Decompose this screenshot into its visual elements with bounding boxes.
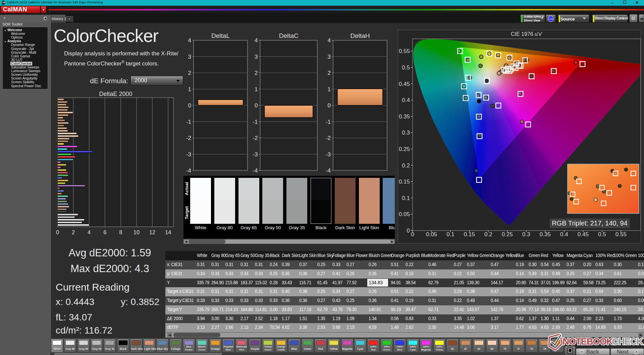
svg-text:0.2: 0.2 [402, 162, 410, 169]
svg-text:0.05: 0.05 [399, 211, 410, 217]
svg-text:0.45: 0.45 [399, 81, 410, 87]
svg-text:0: 0 [407, 227, 410, 234]
svg-text:0.25: 0.25 [399, 146, 410, 152]
svg-text:0.55: 0.55 [399, 48, 410, 54]
svg-text:0.15: 0.15 [399, 179, 410, 185]
svg-text:0.4: 0.4 [402, 97, 410, 103]
svg-text:0.1: 0.1 [402, 195, 410, 201]
svg-text:0.35: 0.35 [399, 113, 410, 120]
svg-text:0.5: 0.5 [402, 64, 410, 71]
svg-text:0.3: 0.3 [402, 130, 410, 136]
svg-text:NOTEBOOK: NOTEBOOK [562, 336, 613, 347]
svg-text:RGB Triplet: 217, 140, 94: RGB Triplet: 217, 140, 94 [552, 219, 628, 227]
svg-text:CHECK: CHECK [612, 336, 643, 347]
